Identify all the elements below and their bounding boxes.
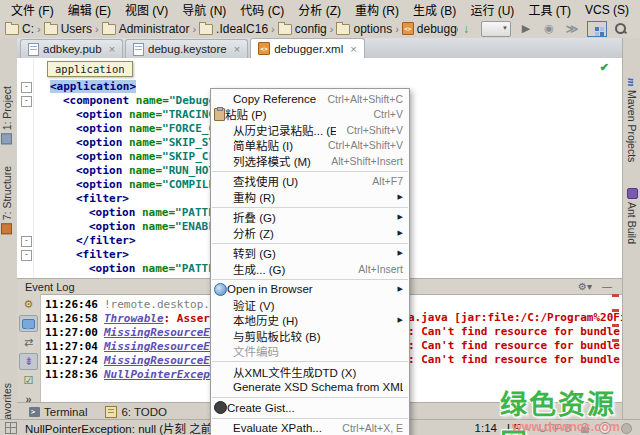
tool-window-button-7-structure[interactable]: 7: Structure (1, 166, 13, 234)
context-menu-item-g[interactable]: 转到 (G)▶ (211, 246, 409, 262)
exception-link[interactable]: Throwable (104, 312, 164, 325)
text-file-icon (133, 43, 144, 56)
tab-adbkey-pub[interactable]: adbkey.pub× (20, 39, 123, 58)
submenu-arrow-icon: ▶ (398, 316, 403, 324)
tool-window-button-ant-build[interactable]: Ant Build (626, 188, 638, 244)
context-menu-item-g[interactable]: 生成... (G)Alt+Insert (211, 261, 409, 277)
menubar-item[interactable]: 运行 (U) (463, 0, 521, 19)
menubar-item[interactable]: 文件 (F) (4, 0, 61, 19)
folder-icon (102, 24, 116, 35)
menubar-item[interactable]: 分析 (Z) (291, 0, 348, 19)
tool-window-switcher-icon[interactable] (5, 422, 17, 434)
context-menu-item-h[interactable]: 本地历史 (H)▶ (211, 313, 409, 329)
minimize-icon[interactable]: — (602, 281, 612, 292)
context-menu-item-xml-dtd-x[interactable]: 从XML文件生成DTD (X) (211, 364, 409, 380)
breadcrumb-item[interactable]: Users (44, 22, 92, 36)
breadcrumb: C:›Users›Administrator›.IdeaIC16›config›… (0, 22, 458, 36)
menubar-item[interactable]: 窗口 (W) (636, 0, 640, 19)
menubar-item[interactable]: 工具 (T) (521, 0, 578, 19)
editor-tabs: adbkey.pub×debug.keystore×debugger.xml× (17, 38, 622, 59)
close-icon[interactable]: × (350, 43, 356, 55)
context-menu-item-z[interactable]: 分析 (Z)▶ (211, 225, 409, 241)
toolbar-actions (458, 21, 640, 37)
menubar-item[interactable]: 生成 (B) (406, 0, 463, 19)
breadcrumb-item[interactable]: options (336, 22, 392, 36)
maven-icon (626, 78, 638, 87)
inspection-status-icon[interactable]: ✔ (600, 61, 609, 74)
gear-icon[interactable]: ⚙▾ (578, 281, 592, 292)
browser-icon (214, 283, 227, 296)
settings-icon[interactable]: ⚙ (20, 297, 37, 312)
error-stripe-mark[interactable] (612, 294, 619, 297)
breadcrumb-item[interactable]: Administrator (102, 22, 190, 36)
tool-window-button-maven-projects[interactable]: Maven Projects (626, 78, 638, 162)
tool-window-button-todo[interactable]: 6: TODO (105, 406, 167, 418)
code-line: </filter> (76, 234, 136, 248)
context-menu-item-item: 文件编码 (211, 344, 409, 360)
breadcrumb-item[interactable]: C: (5, 22, 34, 36)
window-layout-icon[interactable] (587, 21, 607, 37)
folder-icon (5, 24, 19, 35)
run-config-dropdown-icon[interactable] (481, 21, 511, 37)
close-icon[interactable]: × (234, 43, 240, 55)
caret-position[interactable]: 1:14 (475, 422, 497, 434)
scroll-to-end-icon[interactable]: ⇟ (19, 353, 38, 370)
menubar-item[interactable]: VCS (S) (578, 2, 636, 18)
fold-marker[interactable]: - (21, 250, 32, 261)
context-menu-item-e[interactable]: 从历史记录粘贴... (E)Ctrl+Shift+V (211, 122, 409, 138)
fold-marker[interactable]: - (21, 236, 32, 247)
menubar-item[interactable]: 重构 (R) (348, 0, 406, 19)
breadcrumb-item[interactable]: .IdeaIC16 (199, 22, 268, 36)
submenu-arrow-icon: ▶ (398, 229, 403, 237)
menubar-item[interactable]: 导航 (N) (175, 0, 233, 19)
menubar-item[interactable]: 编辑 (E) (61, 0, 118, 19)
tool-window-button-terminal[interactable]: Terminal (29, 406, 87, 418)
xml-tag-tooltip: application (47, 61, 133, 77)
context-menu-item-u[interactable]: 查找使用 (U)Alt+F7 (211, 174, 409, 190)
error-stripe-mark[interactable] (612, 324, 619, 327)
ant-icon (627, 188, 638, 199)
debug-icon[interactable] (541, 21, 557, 37)
context-menu-item-create-gist[interactable]: Create Gist... (211, 400, 409, 416)
github-icon (214, 401, 227, 414)
tool-window-button-1-project[interactable]: 1: Project (1, 86, 13, 144)
context-menu-item-m[interactable]: 列选择模式 (M)Alt+Shift+Insert (211, 153, 409, 169)
breadcrumb-item[interactable]: debugger.xml (402, 22, 458, 36)
fold-marker[interactable]: - (21, 96, 32, 107)
context-menu-item-g[interactable]: 折叠 (G)▶ (211, 210, 409, 226)
menu-separator (212, 243, 408, 244)
project-icon (2, 133, 13, 144)
soft-wrap-icon[interactable]: ⇄ (20, 335, 37, 350)
tab-debug-keystore[interactable]: debug.keystore× (125, 39, 248, 58)
todo-label: 6: TODO (121, 406, 167, 418)
close-icon[interactable]: × (109, 43, 115, 55)
sort-descending-icon[interactable] (458, 21, 474, 37)
folder-icon (336, 24, 350, 35)
error-stripe-mark[interactable] (612, 339, 619, 342)
menubar-item[interactable]: 视图 (V) (118, 0, 175, 19)
submenu-arrow-icon: ▶ (398, 193, 403, 201)
context-menu-item-v[interactable]: 验证 (V) (211, 297, 409, 313)
fold-marker[interactable]: - (21, 82, 32, 93)
search-icon[interactable] (614, 22, 630, 35)
context-menu-item-p[interactable]: 粘贴 (P)Ctrl+V (211, 107, 409, 123)
notifications-icon[interactable] (19, 315, 38, 332)
context-menu-item-i[interactable]: 简单粘贴 (I)Ctrl+Alt+Shift+V (211, 138, 409, 154)
context-menu-item-evaluate-xpath[interactable]: Evaluate XPath...Ctrl+Alt+X, E (211, 421, 409, 435)
run-icon[interactable] (518, 21, 534, 37)
context-menu-item-copy-reference[interactable]: Copy ReferenceCtrl+Alt+Shift+C (211, 91, 409, 107)
xml-file-icon (402, 22, 414, 35)
left-tool-stripe: 1: Project7: Structure2: Favorites (0, 38, 18, 419)
context-menu-item-open-in-browser[interactable]: Open in Browser▶ (211, 282, 409, 298)
error-stripe-mark[interactable] (612, 309, 619, 312)
context-menu-item-r[interactable]: 重构 (R)▶ (211, 189, 409, 205)
mark-read-icon[interactable]: ☑ (20, 373, 37, 388)
submenu-arrow-icon: ▶ (398, 213, 403, 221)
menubar-item[interactable]: 代码 (C) (233, 0, 291, 19)
context-menu-item-generate-xsd-schema-from-xml-file[interactable]: Generate XSD Schema from XML File... (211, 380, 409, 396)
right-tool-stripe: Maven ProjectsAnt Build (622, 38, 640, 419)
tab-debugger-xml[interactable]: debugger.xml× (250, 38, 364, 58)
run-with-coverage-icon[interactable] (564, 21, 580, 37)
breadcrumb-item[interactable]: config (278, 22, 327, 36)
context-menu-item-b[interactable]: 与剪贴板比较 (B) (211, 328, 409, 344)
